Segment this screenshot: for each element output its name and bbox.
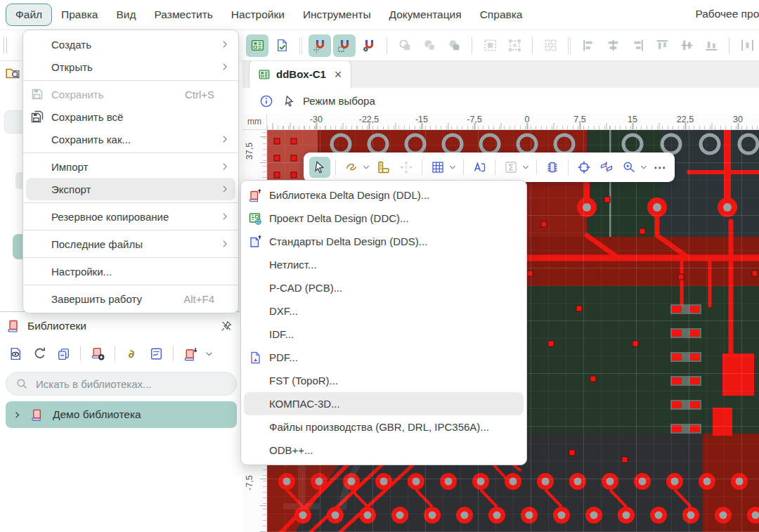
- menu-separator: [23, 285, 238, 285]
- add-library-button[interactable]: [88, 344, 108, 363]
- bool-merge-icon: [422, 38, 437, 53]
- menu-edit[interactable]: Правка: [52, 2, 107, 27]
- partial-tool-button[interactable]: [122, 344, 142, 363]
- save-all-icon: [30, 110, 44, 124]
- workspace-label[interactable]: Рабочее прос: [695, 8, 759, 20]
- menu-file[interactable]: Файл: [6, 4, 52, 26]
- chevron-down-icon[interactable]: [448, 163, 457, 171]
- export-item-fst[interactable]: FST (TopoR)...: [241, 369, 526, 392]
- snap-settings-button[interactable]: [358, 34, 380, 57]
- pdf-icon: [248, 351, 262, 365]
- preview-document-button[interactable]: [6, 344, 25, 363]
- toolbar-grip[interactable]: [4, 37, 4, 53]
- library-search: [6, 372, 237, 396]
- library-books-icon: [6, 319, 20, 333]
- menu-item-create[interactable]: Создать: [23, 33, 238, 56]
- group-select-button: [479, 34, 501, 57]
- export-item-netlist[interactable]: Нетлист...: [241, 253, 526, 276]
- export-item-ddl[interactable]: Библиотека Delta Design (DDL)...: [241, 183, 526, 207]
- collapse-icon: [56, 346, 71, 361]
- panel-row-sliver: [15, 172, 22, 189]
- bool-subtract-button: [443, 34, 465, 57]
- schematic-doc-button[interactable]: [146, 344, 166, 363]
- window: ∂: [0, 0, 759, 532]
- file-menu: Создать Открыть Сохранить Ctrl+S Сохрани…: [22, 30, 239, 313]
- grid-settings-button[interactable]: [427, 157, 448, 178]
- component-tool-button[interactable]: [542, 157, 563, 178]
- book-plus-icon: [91, 346, 105, 361]
- export-item-ddc[interactable]: Проект Delta Design (DDC)...: [241, 207, 526, 230]
- zoom-tool-button[interactable]: [618, 157, 640, 178]
- text-tool-button[interactable]: [469, 157, 490, 178]
- menu-item-recent-files[interactable]: Последние файлы: [23, 233, 238, 255]
- cursor-icon: [313, 160, 327, 174]
- ruler-icon: [377, 160, 391, 174]
- submenu-arrow-icon: [220, 62, 230, 72]
- menu-item-save-as[interactable]: Сохранить как...: [23, 128, 238, 150]
- validate-doc-button[interactable]: [271, 34, 293, 57]
- menu-view[interactable]: Вид: [107, 2, 145, 27]
- ruler-tool-button[interactable]: [373, 157, 394, 178]
- board-view-button[interactable]: [246, 34, 268, 57]
- export-item-dds[interactable]: Стандарты Delta Design (DDS)...: [241, 230, 526, 253]
- snap-target-button[interactable]: [573, 157, 595, 178]
- flip-layers-icon: [599, 160, 614, 174]
- chevron-down-icon[interactable]: [521, 163, 530, 171]
- info-icon[interactable]: [259, 94, 273, 108]
- menu-tools[interactable]: Инструменты: [294, 2, 380, 27]
- library-search-input[interactable]: [6, 372, 237, 396]
- chevron-right-icon[interactable]: [13, 410, 22, 420]
- export-item-dxf[interactable]: DXF...: [241, 299, 526, 323]
- select-cursor-button[interactable]: [309, 157, 330, 178]
- libraries-toolbar: [6, 339, 214, 368]
- menu-item-settings[interactable]: Настройки...: [23, 260, 238, 283]
- board-icon: [250, 38, 265, 53]
- export-item-idf[interactable]: IDF...: [241, 323, 526, 346]
- import-library-button[interactable]: [181, 344, 200, 363]
- library-books-icon: [30, 408, 44, 422]
- submenu-arrow-icon: [220, 39, 230, 49]
- snap-region-button[interactable]: [333, 34, 356, 57]
- menu-item-import[interactable]: Импорт: [23, 155, 238, 178]
- export-item-odb[interactable]: ODB++...: [241, 439, 526, 462]
- standards-export-icon: [248, 235, 262, 249]
- menu-item-backup[interactable]: Резервное копирование: [23, 205, 238, 228]
- library-item-demo[interactable]: Демо библиотека: [6, 401, 237, 428]
- align-center-v-button: [602, 34, 624, 57]
- chevron-down-icon[interactable]: [205, 349, 214, 358]
- magnet-region-icon: [337, 38, 352, 53]
- export-item-pdf[interactable]: PDF...: [241, 346, 526, 369]
- chevron-down-icon[interactable]: [640, 163, 648, 171]
- document-check-icon: [275, 38, 290, 53]
- menu-place[interactable]: Разместить: [145, 2, 222, 27]
- chip-icon: [545, 160, 559, 174]
- align-right-icon: [630, 38, 645, 53]
- export-item-pcad[interactable]: P-CAD (PCB)...: [241, 276, 526, 299]
- export-item-fab-files[interactable]: Файлы производства (GBR, DRL, IPC356A)..…: [241, 415, 526, 439]
- mode-label: Режим выбора: [303, 95, 375, 107]
- folder-search-icon[interactable]: [5, 65, 20, 81]
- collapse-all-button[interactable]: [53, 344, 73, 363]
- draw-tool-button[interactable]: [341, 157, 362, 178]
- snap-point-button[interactable]: [309, 34, 331, 57]
- menu-item-save-all[interactable]: Сохранить всё: [23, 105, 238, 128]
- menu-help[interactable]: Справка: [471, 2, 532, 27]
- more-button[interactable]: ⋯: [651, 160, 669, 175]
- unpin-icon[interactable]: [220, 320, 233, 332]
- flip-layers-button[interactable]: [596, 157, 617, 178]
- refresh-button[interactable]: [30, 344, 49, 363]
- text-icon: [472, 160, 486, 174]
- menu-documentation[interactable]: Документация: [380, 2, 471, 27]
- submenu-arrow-icon: [220, 162, 230, 171]
- tab-close-icon[interactable]: ×: [335, 68, 342, 81]
- menu-item-export[interactable]: Экспорт: [26, 178, 235, 200]
- chevron-down-icon[interactable]: [362, 163, 370, 171]
- menu-settings[interactable]: Настройки: [222, 2, 294, 27]
- menu-item-open[interactable]: Открыть: [23, 56, 238, 78]
- menu-item-exit[interactable]: Завершить работу Alt+F4: [23, 287, 238, 310]
- submenu-arrow-icon: [220, 239, 230, 249]
- align-top-icon: [655, 38, 670, 53]
- tab-ddbox-c1[interactable]: ddBox-C1 ×: [249, 60, 351, 88]
- export-item-kompas3d[interactable]: КОМПАС-3D...: [244, 392, 524, 415]
- align-middle-button: [675, 34, 698, 57]
